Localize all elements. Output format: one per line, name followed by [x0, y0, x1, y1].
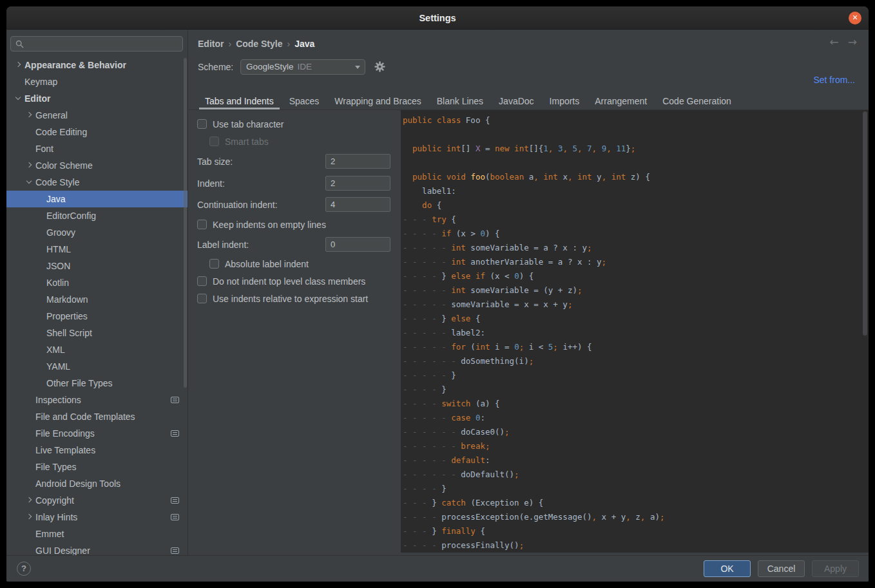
- smart-tabs-label: Smart tabs: [225, 137, 269, 147]
- sidebar-item-inspections[interactable]: Inspections: [6, 392, 188, 408]
- code-line: - - - - }: [403, 482, 869, 496]
- do-not-indent-checkbox[interactable]: [197, 276, 207, 286]
- sidebar-item-color-scheme[interactable]: Color Scheme: [6, 157, 188, 174]
- chevron-right-icon[interactable]: [26, 112, 32, 117]
- continuation-indent-input[interactable]: [325, 197, 390, 212]
- forward-arrow-icon[interactable]: →: [848, 35, 857, 48]
- code-line: - - - - } else {: [403, 312, 869, 326]
- sidebar-item-label: Live Templates: [35, 445, 95, 455]
- tab-size-input[interactable]: [325, 154, 390, 169]
- screen-settings-icon: [171, 514, 179, 520]
- sidebar-item-label: Shell Script: [46, 328, 92, 338]
- sidebar-item-file-encodings[interactable]: File Encodings: [6, 425, 188, 442]
- sidebar-item-kotlin[interactable]: Kotlin: [6, 274, 188, 291]
- label-indent-row: Label indent:: [197, 237, 390, 252]
- scheme-dropdown[interactable]: GoogleStyleIDE: [240, 59, 365, 75]
- tab-javadoc[interactable]: JavaDoc: [491, 93, 541, 109]
- code-line: - - - - - }: [403, 368, 869, 383]
- use-indents-relative-checkbox[interactable]: [197, 294, 207, 303]
- sidebar-item-android-design-tools[interactable]: Android Design Tools: [6, 475, 188, 492]
- cancel-button[interactable]: Cancel: [758, 560, 805, 577]
- scheme-value: GoogleStyle: [246, 62, 294, 71]
- do-not-indent-label: Do not indent top level class members: [213, 276, 365, 287]
- code-line: - - - - }: [403, 383, 869, 397]
- ok-button[interactable]: OK: [704, 560, 751, 577]
- use-indents-relative-row: Use indents relative to expression start: [197, 291, 390, 307]
- search-input[interactable]: [28, 37, 180, 50]
- apply-button[interactable]: Apply: [812, 560, 859, 577]
- sidebar-item-groovy[interactable]: Groovy: [6, 224, 188, 241]
- chevron-down-icon: [355, 66, 360, 69]
- code-line: - - - } finally {: [403, 524, 869, 538]
- chevron-right-icon[interactable]: [26, 497, 32, 502]
- sidebar-item-editor[interactable]: Editor: [6, 90, 188, 107]
- sidebar-item-file-and-code-templates[interactable]: File and Code Templates: [6, 408, 188, 425]
- sidebar-item-markdown[interactable]: Markdown: [6, 291, 188, 308]
- sidebar-item-html[interactable]: HTML: [6, 241, 188, 258]
- sidebar-item-java[interactable]: Java: [6, 191, 188, 207]
- label-indent-input[interactable]: [325, 237, 390, 252]
- help-icon: ?: [21, 564, 26, 573]
- sidebar-item-other-file-types[interactable]: Other File Types: [6, 375, 188, 392]
- close-button[interactable]: ×: [849, 12, 861, 24]
- sidebar-item-code-editing[interactable]: Code Editing: [6, 124, 188, 140]
- sidebar-item-label: Copyright: [35, 495, 74, 506]
- sidebar-item-copyright[interactable]: Copyright: [6, 492, 188, 509]
- sidebar-item-file-types[interactable]: File Types: [6, 459, 188, 475]
- chevron-down-icon[interactable]: [15, 95, 21, 100]
- chevron-down-icon[interactable]: [26, 178, 32, 184]
- set-from-link[interactable]: Set from...: [813, 75, 855, 85]
- keep-indents-checkbox[interactable]: [197, 220, 207, 229]
- sidebar-scrollbar[interactable]: [184, 58, 187, 388]
- sidebar-item-gui-designer[interactable]: GUI Designer: [6, 542, 188, 555]
- code-scrollbar[interactable]: [863, 111, 867, 336]
- sidebar-item-editorconfig[interactable]: EditorConfig: [6, 207, 188, 224]
- code-line: - - - - - default:: [403, 453, 869, 468]
- tab-blank-lines[interactable]: Blank Lines: [429, 93, 491, 109]
- sidebar-item-yaml[interactable]: YAML: [6, 358, 188, 375]
- close-icon: ×: [852, 12, 858, 23]
- code-line: - - - - - case 0:: [403, 411, 869, 425]
- tab-wrapping-and-braces[interactable]: Wrapping and Braces: [327, 93, 428, 109]
- smart-tabs-checkbox[interactable]: [209, 137, 219, 146]
- sidebar-item-keymap[interactable]: Keymap: [6, 73, 188, 90]
- sidebar-item-json[interactable]: JSON: [6, 258, 188, 274]
- tabs: Tabs and IndentsSpacesWrapping and Brace…: [197, 93, 739, 109]
- breadcrumb-code-style[interactable]: Code Style: [236, 39, 282, 49]
- sidebar-item-label: Keymap: [24, 77, 57, 87]
- sidebar-item-shell-script[interactable]: Shell Script: [6, 325, 188, 341]
- sidebar-item-properties[interactable]: Properties: [6, 308, 188, 325]
- help-button[interactable]: ?: [17, 562, 31, 576]
- tab-code-generation[interactable]: Code Generation: [655, 93, 739, 109]
- search-icon: [15, 40, 24, 48]
- sidebar-item-label: File and Code Templates: [35, 412, 135, 422]
- absolute-label-indent-checkbox[interactable]: [209, 259, 219, 269]
- sidebar-item-xml[interactable]: XML: [6, 341, 188, 358]
- scheme-suffix: IDE: [298, 62, 312, 71]
- breadcrumb-editor[interactable]: Editor: [198, 39, 224, 49]
- sidebar-item-general[interactable]: General: [6, 107, 188, 124]
- sidebar-item-label: Color Scheme: [35, 160, 93, 171]
- tab-tabs-and-indents[interactable]: Tabs and Indents: [197, 93, 282, 109]
- history-nav: ←→: [821, 36, 858, 48]
- tab-arrangement[interactable]: Arrangement: [587, 93, 655, 109]
- sidebar-item-live-templates[interactable]: Live Templates: [6, 442, 188, 459]
- gear-icon[interactable]: [374, 61, 385, 72]
- chevron-right-icon[interactable]: [15, 62, 21, 67]
- sidebar-item-emmet[interactable]: Emmet: [6, 526, 188, 542]
- settings-search-box[interactable]: [10, 36, 183, 52]
- indent-input[interactable]: [325, 176, 390, 191]
- sidebar-item-appearance-behavior[interactable]: Appearance & Behavior: [6, 57, 188, 73]
- tab-spaces[interactable]: Spaces: [282, 93, 327, 109]
- chevron-right-icon[interactable]: [26, 514, 32, 519]
- sidebar-item-font[interactable]: Font: [6, 140, 188, 157]
- sidebar-item-code-style[interactable]: Code Style: [6, 174, 188, 191]
- code-line: - - - - - - doCase0();: [403, 425, 869, 439]
- code-preview[interactable]: public class Foo { public int[] X = new …: [401, 110, 869, 553]
- sidebar-item-inlay-hints[interactable]: Inlay Hints: [6, 509, 188, 526]
- tab-imports[interactable]: Imports: [542, 93, 588, 109]
- use-tab-character-checkbox[interactable]: [197, 119, 207, 129]
- screen-settings-icon: [171, 430, 179, 437]
- chevron-right-icon[interactable]: [26, 162, 32, 167]
- back-arrow-icon[interactable]: ←: [830, 35, 839, 48]
